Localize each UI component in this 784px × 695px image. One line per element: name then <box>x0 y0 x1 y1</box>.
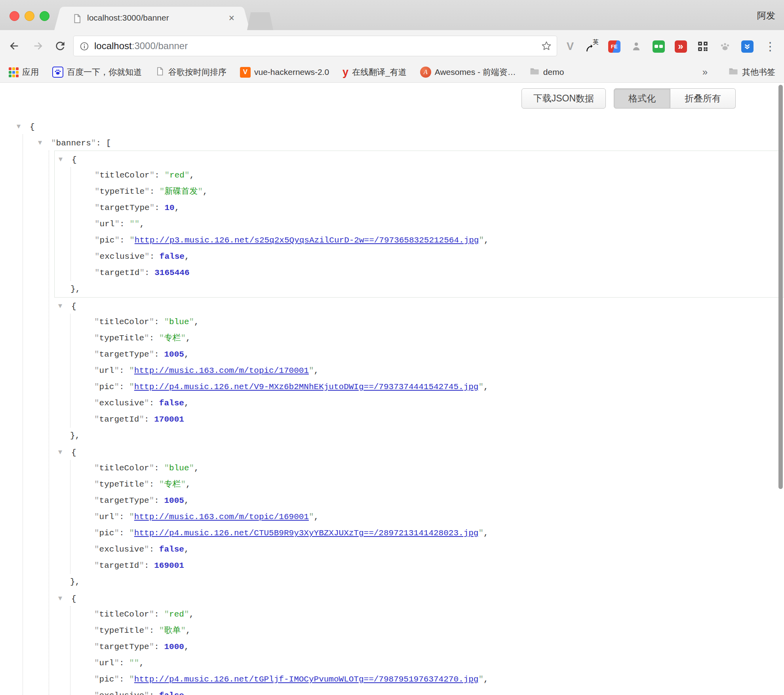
bookmark-google-sort[interactable]: 谷歌按时间排序 <box>155 67 226 78</box>
json-array-item: ▼{ titleColorblue, typeTitle专栏, targetTy… <box>54 444 784 590</box>
page-content: 下载JSON数据 格式化 折叠所有 ▼{ ▼banners[ ▼{ <box>0 83 784 695</box>
tampermonkey-extension-icon[interactable] <box>651 39 666 53</box>
back-button[interactable] <box>7 39 21 53</box>
page-icon <box>155 67 165 78</box>
json-key: targetId <box>94 415 144 424</box>
url-text: localhost:3000/banner <box>94 40 188 52</box>
json-value <box>129 659 139 668</box>
window-zoom-button[interactable] <box>40 11 49 21</box>
json-property-row: exclusivefalse, <box>70 541 784 558</box>
json-value <box>129 220 139 229</box>
json-link-value[interactable]: http://p4.music.126.net/CTU5B9R9y3XyYBZX… <box>134 529 479 538</box>
collapse-all-button[interactable]: 折叠所有 <box>670 88 736 109</box>
youdao-icon: y <box>343 67 348 78</box>
json-link-value[interactable]: http://music.163.com/m/topic/170001 <box>134 366 309 375</box>
address-bar[interactable]: localhost:3000/banner <box>73 36 557 56</box>
collapse-arrow-icon[interactable]: ▼ <box>58 444 71 460</box>
bookmark-vue-hackernews[interactable]: V vue-hackernews-2.0 <box>240 67 329 78</box>
json-value: false <box>159 545 184 554</box>
eagle-extension-icon[interactable] <box>740 39 754 53</box>
json-value: 10 <box>164 203 174 212</box>
json-viewer: ▼{ ▼banners[ ▼{ titleColorred, typeTitle… <box>0 118 784 695</box>
json-key: typeTitle <box>94 480 149 489</box>
json-link-value[interactable]: http://p4.music.126.net/V9-MXz6b2MNhEKju… <box>134 382 479 391</box>
collapse-arrow-icon[interactable]: ▼ <box>17 118 30 134</box>
json-value: blue <box>164 464 194 473</box>
browser-menu-icon[interactable]: ⋮ <box>763 39 777 53</box>
json-value: 1000 <box>164 642 184 651</box>
json-link-value[interactable]: http://music.163.com/m/topic/169001 <box>134 512 309 521</box>
bookmark-awesomes[interactable]: A Awesomes - 前端资… <box>420 67 516 78</box>
bookmark-star-icon[interactable] <box>541 40 552 53</box>
collapse-arrow-icon[interactable]: ▼ <box>58 298 71 314</box>
json-property-row: targetId169001 <box>70 558 784 574</box>
json-property-row: targetType1005, <box>70 346 784 363</box>
json-key: pic <box>94 382 119 391</box>
bookmark-folder-demo[interactable]: demo <box>529 66 564 78</box>
json-value: 专栏 <box>159 480 186 489</box>
paw-extension-icon[interactable] <box>718 39 732 53</box>
json-key: titleColor <box>94 610 154 619</box>
bookmarks-bar: 应用 百度一下，你就知道 谷歌按时间排序 V vue-hackernews-2.… <box>0 62 784 83</box>
json-property-row: exclusivefalse, <box>70 687 784 695</box>
json-array-item: ▼{ titleColorblue, typeTitle专栏, targetTy… <box>54 298 784 444</box>
json-value: false <box>159 691 184 695</box>
collapse-arrow-icon[interactable]: ▼ <box>58 590 71 606</box>
json-property-row: targetType1000, <box>70 639 784 655</box>
video-downloader-extension-icon[interactable]: » <box>674 39 688 53</box>
bookmarks-overflow-chevron[interactable]: » <box>702 67 708 78</box>
window-minimize-button[interactable] <box>25 11 34 21</box>
json-viewer-actions: 下载JSON数据 格式化 折叠所有 <box>521 88 736 109</box>
bookmark-other-bookmarks[interactable]: 其他书签 <box>728 66 775 78</box>
forward-button[interactable] <box>31 39 45 53</box>
json-key: targetType <box>94 642 154 651</box>
json-property-row: exclusivefalse, <box>70 395 784 411</box>
json-link-value[interactable]: http://p3.music.126.net/s25q2x5QyqsAzilC… <box>135 236 479 245</box>
json-key: targetType <box>95 203 154 212</box>
json-property-row: typeTitle新碟首发, <box>71 183 784 200</box>
json-link-value[interactable]: http://p4.music.126.net/tGPljf-IMOCyPvum… <box>134 675 479 684</box>
apps-grid-icon <box>9 67 19 77</box>
qr-code-extension-icon[interactable] <box>696 39 710 53</box>
json-object-open-row: ▼{ <box>54 590 784 606</box>
json-key: titleColor <box>95 171 154 180</box>
json-value: false <box>159 399 184 408</box>
vue-icon: V <box>240 67 251 78</box>
translate-extension-icon[interactable]: 英 <box>585 39 599 53</box>
url-path: :3000/banner <box>132 40 188 51</box>
baidu-paw-icon <box>52 67 63 78</box>
format-button[interactable]: 格式化 <box>614 88 670 109</box>
new-tab-button[interactable] <box>247 12 273 30</box>
collapse-arrow-icon[interactable]: ▼ <box>38 134 51 151</box>
bookmark-label: 百度一下，你就知道 <box>67 67 142 78</box>
bookmark-label: 其他书签 <box>742 67 775 78</box>
page-info-icon[interactable] <box>79 41 89 53</box>
sitemap-extension-icon[interactable] <box>629 39 643 53</box>
json-key: url <box>95 220 120 229</box>
json-property-row: urlhttp://music.163.com/m/topic/169001, <box>70 509 784 525</box>
download-json-button[interactable]: 下载JSON数据 <box>521 88 606 109</box>
collapse-arrow-icon[interactable]: ▼ <box>59 151 72 167</box>
json-key: exclusive <box>94 399 149 408</box>
window-close-button[interactable] <box>10 11 19 21</box>
bookmark-apps[interactable]: 应用 <box>9 67 39 78</box>
fe-extension-icon[interactable]: FE <box>607 39 621 53</box>
json-object-open-row: ▼{ <box>54 444 784 460</box>
json-key: titleColor <box>94 464 154 473</box>
json-key: pic <box>94 529 119 538</box>
json-object-open-row: ▼{ <box>54 298 784 314</box>
browser-tab[interactable]: localhost:3000/banner × <box>63 7 242 30</box>
json-property-row: titleColorred, <box>71 167 784 183</box>
folder-icon <box>529 66 540 78</box>
bookmark-youdao-translate[interactable]: y 在线翻译_有道 <box>343 67 407 78</box>
json-banners-row: ▼banners[ <box>23 134 784 151</box>
vimium-extension-icon[interactable]: V <box>563 39 577 53</box>
json-value: 3165446 <box>154 268 189 277</box>
json-value: 1005 <box>164 496 184 505</box>
tab-close-icon[interactable]: × <box>228 12 234 23</box>
vertical-scrollbar[interactable] <box>778 85 783 489</box>
folder-icon <box>728 66 738 78</box>
bookmark-baidu[interactable]: 百度一下，你就知道 <box>52 67 142 78</box>
profile-name[interactable]: 阿发 <box>757 10 775 22</box>
reload-button[interactable] <box>53 39 67 53</box>
